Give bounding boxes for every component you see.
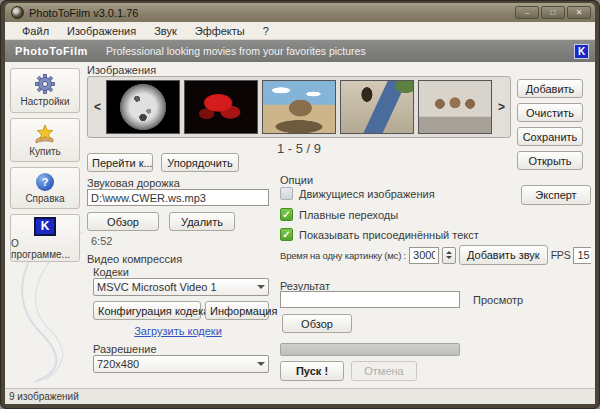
main-area: Настройки Купить ? Справка K О программе… [5,62,595,388]
checkbox-show-attached-text[interactable]: ✓ [280,228,293,241]
brand-text: PhotoToFilm [15,45,88,57]
options-label: Опции [280,174,313,186]
title-bar: PhotoToFilm v3.0.1.76 – □ ✕ [5,3,595,22]
sidebar-item-help[interactable]: ? Справка [10,167,80,209]
sidebar-item-about[interactable]: K О программе... [10,214,80,262]
option-show-attached-text: ✓ Показывать присоединённый текст [280,228,479,241]
start-button[interactable]: Пуск ! [280,361,344,381]
audio-track-label: Звуковая дорожка [87,177,180,189]
sidebar-item-buy[interactable]: Купить [10,118,80,162]
checkbox-moving-images[interactable] [280,187,293,200]
timing-row: Время на одну картинку (мс) : Добавить з… [280,244,591,266]
dropdown-arrow-icon [257,362,265,370]
thumbnail-5[interactable] [418,80,492,134]
resolution-dropdown[interactable]: 720x480 [93,355,269,373]
codecs-label: Кодеки [93,266,129,278]
progress-bar [280,343,460,356]
menu-item-sound[interactable]: Звук [145,25,186,37]
menu-item-images[interactable]: Изображения [58,25,145,37]
menu-item-file[interactable]: Файл [13,25,58,37]
result-browse-button[interactable]: Обзор [282,314,352,333]
sidebar-item-label: Настройки [20,96,69,107]
checkbox-smooth-transitions[interactable]: ✓ [280,208,293,221]
sidebar-item-settings[interactable]: Настройки [10,68,80,113]
thumbnail-1[interactable] [106,80,180,134]
images-section-label: Изображения [87,64,156,76]
add-sound-button[interactable]: Добавить звук [459,245,548,265]
time-spinner[interactable] [442,247,456,264]
codec-info-button[interactable]: Информация [205,301,269,320]
buy-star-hand-icon [34,124,56,144]
status-text: 9 изображений [9,391,79,402]
download-codecs-link[interactable]: Загрузить кодеки [87,325,269,337]
time-per-picture-label: Время на одну картинку (мс) : [280,250,406,261]
audio-path-input[interactable] [87,189,269,206]
help-question-icon: ? [36,173,54,191]
kc-software-logo-icon: K [574,44,589,59]
time-per-picture-input[interactable] [409,247,439,264]
resolution-value: 720x480 [97,358,139,370]
tagline-text: Professional looking movies from your fa… [106,45,366,57]
dropdown-arrow-icon [257,285,265,293]
add-images-button[interactable]: Добавить [517,79,583,98]
next-arrow-button[interactable]: > [495,80,508,134]
fps-label: FPS [551,249,571,261]
cancel-button[interactable]: Отмена [351,361,417,381]
menu-item-help[interactable]: ? [254,25,278,37]
result-path-input[interactable] [280,291,460,308]
maximize-button[interactable]: □ [541,6,565,19]
thumbnail-4[interactable] [340,80,414,134]
close-button[interactable]: ✕ [567,6,591,19]
preview-label: Просмотр [473,294,523,306]
prev-arrow-button[interactable]: < [91,80,104,134]
audio-duration: 6:52 [91,235,112,247]
video-compression-label: Видео компрессия [87,253,182,265]
thumbnail-strip: < > [87,76,511,138]
resolution-label: Разрешение [93,343,157,355]
about-k-logo-icon: K [34,217,56,236]
clear-images-button[interactable]: Очистить [517,103,583,122]
app-window: PhotoToFilm v3.0.1.76 – □ ✕ Файл Изображ… [0,0,600,409]
window-controls: – □ ✕ [515,6,591,19]
goto-button[interactable]: Перейти к... [87,153,153,172]
sidebar-item-label: Справка [25,193,64,204]
option-smooth-transitions: ✓ Плавные переходы [280,208,398,221]
checkbox-label: Показывать присоединённый текст [299,229,479,241]
thumbnail-2[interactable] [184,80,258,134]
window-title: PhotoToFilm v3.0.1.76 [29,7,138,19]
codec-value: MSVC Microsoft Video 1 [97,281,217,293]
sidebar-item-label: Купить [29,146,61,157]
save-project-button[interactable]: Сохранить [517,127,583,146]
menu-bar: Файл Изображения Звук Эффекты ? [5,22,595,40]
audio-browse-button[interactable]: Обзор [87,212,159,231]
codec-dropdown[interactable]: MSVC Microsoft Video 1 [93,278,269,296]
audio-delete-button[interactable]: Удалить [169,212,235,231]
app-icon [11,6,24,19]
status-bar: 9 изображений [5,388,595,404]
option-moving-images: Движущиеся изображения [280,187,435,200]
thumbnail-3[interactable] [262,80,336,134]
codec-configure-button[interactable]: Конфигурация кодека [93,301,201,320]
fps-input[interactable] [573,247,591,264]
checkbox-label: Плавные переходы [299,209,398,221]
menu-item-effects[interactable]: Эффекты [186,25,254,37]
banner: PhotoToFilm Professional looking movies … [5,40,595,62]
gear-icon [35,74,55,94]
open-project-button[interactable]: Открыть [517,151,583,170]
checkbox-label: Движущиеся изображения [299,188,435,200]
expert-button[interactable]: Эксперт [521,185,591,205]
arrange-button[interactable]: Упорядочить [161,153,239,172]
sidebar-item-label: О программе... [11,238,79,260]
minimize-button[interactable]: – [515,6,539,19]
